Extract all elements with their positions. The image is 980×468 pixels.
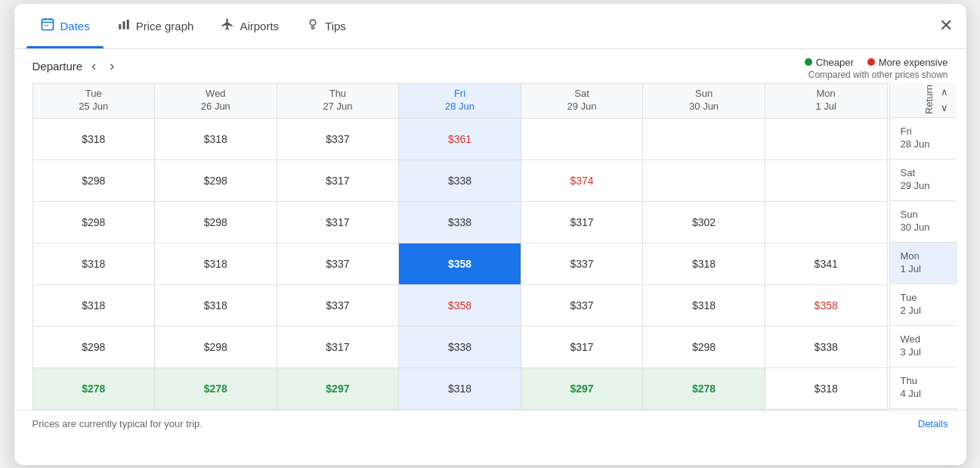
- svg-rect-4: [47, 24, 48, 26]
- legend-right: Cheaper More expensive Compared with oth…: [805, 57, 948, 80]
- price-cell[interactable]: $358: [765, 284, 887, 326]
- tab-price-graph-label: Price graph: [136, 20, 194, 33]
- price-cell[interactable]: $278: [155, 367, 277, 409]
- price-cell[interactable]: $338: [399, 201, 521, 243]
- table-row: $318$318$337$358$337$318$341: [32, 243, 887, 284]
- price-cell[interactable]: $298: [155, 160, 277, 201]
- price-cell[interactable]: $341: [765, 243, 887, 284]
- price-cell[interactable]: $298: [155, 201, 277, 243]
- close-button[interactable]: ✕: [939, 17, 953, 34]
- return-date-item[interactable]: Sat29 Jun: [890, 160, 957, 201]
- price-cell[interactable]: $337: [277, 118, 399, 160]
- return-date-item[interactable]: Mon1 Jul: [890, 243, 957, 284]
- price-cell[interactable]: $278: [32, 367, 155, 409]
- col-header-29-Jun: Sat29 Jun: [521, 83, 643, 118]
- tabs-bar: Dates Price graph Airports: [14, 4, 966, 49]
- legend-note: Compared with other prices shown: [808, 70, 948, 80]
- departure-label: Departure: [32, 60, 83, 73]
- price-cell[interactable]: $317: [277, 201, 399, 243]
- return-date-text: Sun30 Jun: [901, 209, 930, 234]
- price-cell[interactable]: $297: [521, 367, 643, 409]
- return-date-item[interactable]: Fri28 Jun: [890, 118, 957, 160]
- tab-tips-label: Tips: [325, 20, 346, 33]
- price-cell[interactable]: $298: [155, 326, 277, 367]
- tab-airports[interactable]: Airports: [207, 4, 292, 48]
- price-cell[interactable]: $318: [643, 284, 765, 326]
- tab-price-graph[interactable]: Price graph: [104, 4, 208, 48]
- return-date-item[interactable]: Thu4 Jul: [890, 367, 957, 409]
- col-header-28-Jun: Fri28 Jun: [399, 83, 521, 118]
- price-cell: [643, 160, 765, 201]
- col-header-27-Jun: Thu27 Jun: [277, 83, 399, 118]
- next-nav-button[interactable]: ›: [105, 57, 119, 76]
- price-cell[interactable]: $298: [643, 326, 765, 367]
- price-cell[interactable]: $318: [643, 243, 765, 284]
- price-cell[interactable]: $374: [521, 160, 643, 201]
- return-date-text: Thu4 Jul: [901, 375, 921, 401]
- price-cell[interactable]: $278: [643, 367, 765, 409]
- col-header-1-Jul: Mon1 Jul: [765, 83, 887, 118]
- price-cell[interactable]: $338: [399, 326, 521, 367]
- price-cell[interactable]: $318: [155, 284, 277, 326]
- price-cell[interactable]: $317: [277, 326, 399, 367]
- price-cell[interactable]: $302: [643, 201, 765, 243]
- price-cell[interactable]: $361: [399, 118, 521, 160]
- return-items: Fri28 JunSat29 JunSun30 JunMon1 JulTue2 …: [890, 118, 957, 409]
- more-expensive-label: More expensive: [879, 57, 948, 68]
- return-date-text: Sat29 Jun: [901, 167, 930, 193]
- price-cell[interactable]: $337: [277, 284, 399, 326]
- svg-rect-1: [44, 17, 45, 20]
- footer-note: Prices are currently typical for your tr…: [32, 418, 202, 429]
- more-expensive-legend: More expensive: [867, 57, 948, 68]
- table-row: $298$298$317$338$317$298$338: [32, 326, 887, 367]
- price-cell[interactable]: $338: [765, 326, 887, 367]
- return-date-item[interactable]: Sun30 Jun: [890, 201, 957, 243]
- price-cell[interactable]: $298: [32, 326, 155, 367]
- price-cell[interactable]: $358: [399, 243, 521, 284]
- price-cell[interactable]: $298: [32, 160, 155, 201]
- price-cell[interactable]: $318: [32, 118, 155, 160]
- price-cell[interactable]: $337: [277, 243, 399, 284]
- price-cell[interactable]: $318: [32, 284, 155, 326]
- details-link[interactable]: Details: [918, 418, 948, 429]
- price-cell[interactable]: $317: [521, 201, 643, 243]
- price-cell[interactable]: $318: [155, 243, 277, 284]
- return-date-item[interactable]: Wed3 Jul: [890, 326, 957, 367]
- table-row: $298$298$317$338$374: [32, 160, 887, 201]
- price-cell[interactable]: $318: [399, 367, 521, 409]
- tab-airports-label: Airports: [240, 20, 279, 33]
- return-up-button[interactable]: ∧: [939, 85, 950, 99]
- calendar-icon: [40, 17, 55, 36]
- price-cell[interactable]: $358: [399, 284, 521, 326]
- table-row: $318$318$337$358$337$318$358: [32, 284, 887, 326]
- svg-rect-3: [44, 24, 45, 26]
- price-cell: [765, 118, 887, 160]
- price-cell[interactable]: $317: [521, 326, 643, 367]
- return-column: Return ∧ ∨ Fri28 JunSat29 JunSun30 JunMo…: [889, 83, 957, 410]
- price-cell[interactable]: $297: [277, 367, 399, 409]
- price-cell: [521, 118, 643, 160]
- price-cell[interactable]: $318: [155, 118, 277, 160]
- svg-point-8: [310, 20, 316, 26]
- table-row: $278$278$297$318$297$278$318: [32, 367, 887, 409]
- return-down-button[interactable]: ∨: [939, 101, 950, 115]
- price-cell[interactable]: $337: [521, 243, 643, 284]
- price-cell[interactable]: $317: [277, 160, 399, 201]
- tab-dates[interactable]: Dates: [26, 4, 104, 48]
- cheaper-dot: [805, 58, 812, 66]
- prev-nav-button[interactable]: ‹: [87, 57, 100, 76]
- return-date-text: Wed3 Jul: [901, 333, 921, 359]
- more-expensive-dot: [867, 58, 875, 66]
- bar-chart-icon: [117, 17, 131, 35]
- svg-rect-7: [126, 20, 128, 29]
- table-row: $318$318$337$361: [32, 118, 887, 160]
- price-cell[interactable]: $298: [32, 201, 155, 243]
- return-date-text: Tue2 Jul: [901, 292, 921, 318]
- tab-dates-label: Dates: [60, 20, 90, 33]
- return-date-item[interactable]: Tue2 Jul: [890, 284, 957, 326]
- price-cell[interactable]: $338: [399, 160, 521, 201]
- price-cell[interactable]: $318: [32, 243, 155, 284]
- price-cell[interactable]: $318: [765, 367, 887, 409]
- tab-tips[interactable]: Tips: [292, 4, 360, 48]
- price-cell[interactable]: $337: [521, 284, 643, 326]
